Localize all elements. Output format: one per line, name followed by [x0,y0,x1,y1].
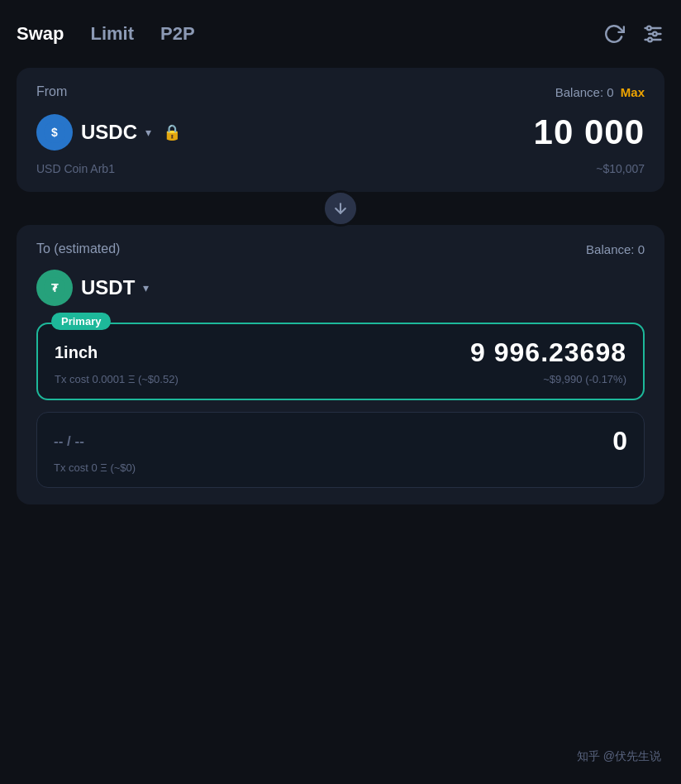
nav-icons [603,22,664,45]
lock-icon: 🔒 [163,123,181,141]
settings-button[interactable] [641,22,664,45]
secondary-route-tx-cost: Tx cost 0 Ξ (~$0) [54,461,136,474]
from-token-chevron-icon: ▾ [145,126,151,139]
swap-direction-button[interactable] [322,190,359,227]
to-balance-value: 0 [638,242,645,256]
from-token-name: USDC [81,121,137,144]
from-token-selector[interactable]: $ USDC ▾ 🔒 [36,114,181,151]
from-balance-label: Balance: [555,85,607,99]
refresh-button[interactable] [603,23,625,45]
footer-watermark: 知乎 @伏先生说 [577,749,661,764]
svg-text:$: $ [51,126,58,139]
to-label-row: To (estimated) Balance: 0 [36,241,645,256]
from-balance-value: 0 [607,85,617,99]
usdc-icon: $ [36,114,73,151]
secondary-route-amount: 0 [612,426,627,457]
to-label: To (estimated) [36,241,120,256]
to-balance-label: Balance: [586,242,638,256]
from-token-subtitle: USD Coin Arb1 [36,162,115,175]
from-balance-row: Balance: 0 Max [555,85,645,99]
secondary-route-detail-row: Tx cost 0 Ξ (~$0) [54,461,627,474]
secondary-route-name-row: -- / -- 0 [54,426,627,457]
from-label-row: From Balance: 0 Max [36,84,645,99]
tab-swap[interactable]: Swap [17,20,64,48]
primary-route-name-row: 1inch 9 996.23698 [55,337,626,368]
from-sub-row: USD Coin Arb1 ~$10,007 [36,162,645,175]
primary-route-card[interactable]: Primary 1inch 9 996.23698 Tx cost 0.0001… [36,323,645,400]
app-container: Swap Limit P2P [0,0,681,784]
primary-route-tx-cost: Tx cost 0.0001 Ξ (~$0.52) [55,373,179,385]
primary-route-name: 1inch [55,343,98,362]
svg-point-3 [647,26,651,31]
max-button[interactable]: Max [621,85,645,99]
to-token-chevron-icon: ▾ [143,281,149,294]
nav-header: Swap Limit P2P [17,20,664,48]
svg-point-4 [653,32,657,36]
to-token-selector[interactable]: ₮ USDT ▾ [36,270,645,306]
primary-route-usd: ~$9,990 (-0.17%) [543,373,626,385]
from-label: From [36,84,67,99]
primary-route-detail-row: Tx cost 0.0001 Ξ (~$0.52) ~$9,990 (-0.17… [55,373,626,385]
from-token-amount: 10 000 [534,112,645,152]
to-balance-row: Balance: 0 [586,242,645,256]
from-token-row: $ USDC ▾ 🔒 10 000 [36,112,645,152]
svg-text:₮: ₮ [51,282,59,294]
primary-route-amount: 9 996.23698 [470,337,626,368]
secondary-route-card[interactable]: -- / -- 0 Tx cost 0 Ξ (~$0) [36,412,645,488]
tab-p2p[interactable]: P2P [160,20,195,48]
usdt-icon: ₮ [36,270,73,306]
to-token-name: USDT [81,276,135,299]
swap-arrow-container [17,190,664,227]
secondary-route-name: -- / -- [54,433,84,450]
tab-limit[interactable]: Limit [90,20,134,48]
primary-badge: Primary [51,313,111,330]
from-card: From Balance: 0 Max $ USDC ▾ 🔒 10 000 [17,68,664,192]
svg-point-5 [648,38,652,42]
to-card: To (estimated) Balance: 0 ₮ USDT ▾ Prima… [17,225,664,504]
from-token-usd: ~$10,007 [596,162,645,175]
